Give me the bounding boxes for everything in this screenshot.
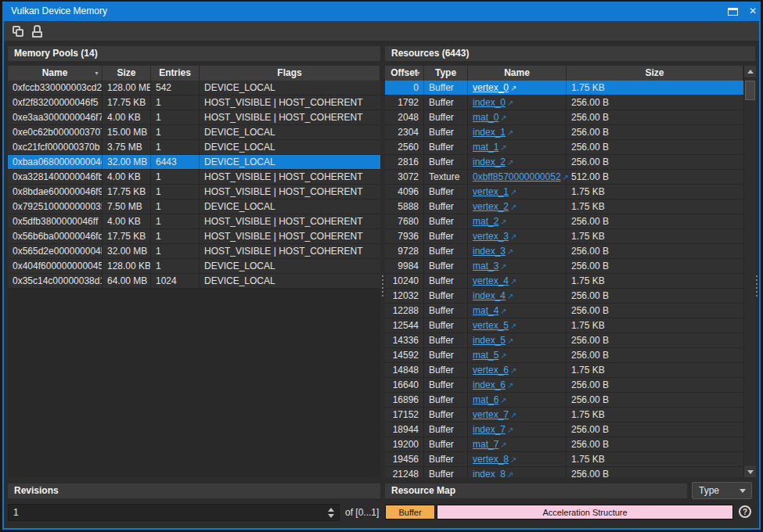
memory-pool-row[interactable]: 0x35c14c00000038d164.00 MB1024DEVICE_LOC… bbox=[8, 274, 380, 289]
resource-link[interactable]: mat_3 bbox=[473, 261, 498, 271]
memory-pool-row[interactable]: 0x404f600000000045128.00 KB1DEVICE_LOCAL bbox=[8, 259, 380, 274]
panel-splitter-handle[interactable] bbox=[380, 275, 385, 297]
resource-type: Buffer bbox=[424, 393, 468, 407]
revision-value-input[interactable] bbox=[9, 505, 319, 520]
revision-spinner[interactable] bbox=[326, 505, 337, 520]
resource-row[interactable]: 2048Buffermat_0↗256.00 B bbox=[385, 110, 743, 125]
resource-row[interactable]: 9984Buffermat_3↗256.00 B bbox=[385, 259, 743, 274]
right-splitter-handle[interactable] bbox=[754, 275, 759, 297]
resource-link[interactable]: index_1 bbox=[473, 127, 506, 138]
resource-row[interactable]: 2304Bufferindex_1↗256.00 B bbox=[385, 125, 743, 140]
memory-pool-row[interactable]: 0xe0c62b000000370715.00 MB1DEVICE_LOCAL bbox=[8, 125, 380, 140]
resource-type: Buffer bbox=[424, 110, 468, 124]
resource-map-segment[interactable]: Buffer bbox=[385, 505, 435, 519]
column-header-name[interactable]: Name bbox=[468, 66, 567, 81]
help-icon[interactable]: ? bbox=[739, 505, 751, 518]
resource-link[interactable]: mat_4 bbox=[473, 305, 498, 316]
column-header-size[interactable]: Size bbox=[103, 66, 151, 81]
resource-row[interactable]: 12288Buffermat_4↗256.00 B bbox=[385, 304, 743, 318]
resource-link[interactable]: vertex_4 bbox=[473, 275, 509, 286]
scroll-up-icon[interactable] bbox=[744, 66, 756, 78]
resource-link[interactable]: vertex_3 bbox=[473, 231, 509, 242]
resources-scrollbar[interactable] bbox=[743, 66, 755, 477]
resource-link[interactable]: index_4 bbox=[473, 290, 506, 301]
column-header-name[interactable]: Name▼ bbox=[8, 66, 103, 81]
resource-map-segment[interactable]: Acceleration Structure bbox=[437, 505, 733, 519]
resource-link[interactable]: vertex_7 bbox=[473, 409, 509, 420]
column-header-flags[interactable]: Flags bbox=[200, 66, 380, 81]
resource-row[interactable]: 19200Buffermat_7↗256.00 B bbox=[385, 437, 743, 452]
column-header-type[interactable]: Type bbox=[424, 66, 468, 81]
resource-row[interactable]: 14848Buffervertex_6↗1.75 KB bbox=[385, 363, 743, 378]
resource-row[interactable]: 12544Buffervertex_5↗1.75 KB bbox=[385, 318, 743, 333]
resource-link[interactable]: vertex_5 bbox=[473, 320, 509, 331]
resource-row[interactable]: 3072Texture0xbff8570000000052↗512.00 B bbox=[385, 170, 743, 185]
column-header-entries[interactable]: Entries bbox=[151, 66, 200, 81]
resource-link[interactable]: mat_5 bbox=[473, 350, 498, 361]
resource-row[interactable]: 18944Bufferindex_7↗256.00 B bbox=[385, 422, 743, 437]
resource-link[interactable]: index_0 bbox=[473, 97, 506, 108]
column-header-offset[interactable]: Offset▼ bbox=[385, 66, 424, 81]
memory-pool-row[interactable]: 0xe3aa3000000046f74.00 KB1HOST_VISIBLE |… bbox=[8, 110, 380, 125]
resource-link[interactable]: index_5 bbox=[473, 335, 506, 346]
memory-pool-row[interactable]: 0x56b6ba00000046fd17.75 KB1HOST_VISIBLE … bbox=[8, 229, 380, 244]
resource-row[interactable]: 5888Buffervertex_2↗1.75 KB bbox=[385, 200, 743, 214]
memory-pool-row[interactable]: 0xa3281400000046fb4.00 KB1HOST_VISIBLE |… bbox=[8, 170, 380, 185]
resource-link[interactable]: vertex_2 bbox=[473, 201, 509, 212]
scrollbar-thumb[interactable] bbox=[745, 81, 755, 100]
resource-link[interactable]: index_8 bbox=[473, 469, 506, 477]
resource-link[interactable]: mat_7 bbox=[473, 439, 498, 450]
resource-link[interactable]: mat_0 bbox=[473, 112, 498, 123]
resource-link[interactable]: index_6 bbox=[473, 379, 506, 390]
pool-flags: HOST_VISIBLE | HOST_COHERENT bbox=[200, 110, 380, 124]
resource-row[interactable]: 17152Buffervertex_7↗1.75 KB bbox=[385, 408, 743, 422]
lock-icon[interactable] bbox=[31, 25, 43, 38]
resource-row[interactable]: 1792Bufferindex_0↗256.00 B bbox=[385, 95, 743, 110]
resource-link[interactable]: vertex_6 bbox=[473, 365, 509, 376]
resource-row[interactable]: 10240Buffervertex_4↗1.75 KB bbox=[385, 274, 743, 289]
resource-row[interactable]: 12032Bufferindex_4↗256.00 B bbox=[385, 289, 743, 304]
resource-link[interactable]: index_3 bbox=[473, 246, 506, 257]
resource-link[interactable]: index_2 bbox=[473, 156, 506, 167]
resource-row[interactable]: 16640Bufferindex_6↗256.00 B bbox=[385, 378, 743, 393]
memory-pool-row[interactable]: 0x8bdae600000046f917.75 KB1HOST_VISIBLE … bbox=[8, 185, 380, 200]
resource-row[interactable]: 21248Bufferindex_8↗256.00 B bbox=[385, 467, 743, 477]
resource-link[interactable]: mat_2 bbox=[473, 216, 498, 227]
resource-row[interactable]: 7680Buffermat_2↗256.00 B bbox=[385, 214, 743, 229]
memory-pool-row[interactable]: 0xf2f83200000046f517.75 KB1HOST_VISIBLE … bbox=[8, 95, 380, 110]
resource-link[interactable]: index_7 bbox=[473, 424, 506, 435]
resource-row[interactable]: 14336Bufferindex_5↗256.00 B bbox=[385, 333, 743, 348]
duplicate-window-icon[interactable] bbox=[12, 25, 24, 38]
resource-row[interactable]: 4096Buffervertex_1↗1.75 KB bbox=[385, 185, 743, 200]
resource-link[interactable]: mat_6 bbox=[473, 394, 498, 405]
spin-down-icon[interactable] bbox=[328, 514, 334, 518]
revision-spinbox[interactable] bbox=[8, 504, 340, 521]
titlebar[interactable]: Vulkan Device Memory ✕ bbox=[2, 2, 761, 21]
memory-pool-row[interactable]: 0xbaa068000000004d32.00 MB6443DEVICE_LOC… bbox=[8, 155, 380, 170]
resource-row[interactable]: 2560Buffermat_1↗256.00 B bbox=[385, 140, 743, 155]
resource-row[interactable]: 2816Bufferindex_2↗256.00 B bbox=[385, 155, 743, 170]
restore-icon[interactable] bbox=[728, 8, 738, 16]
resource-row[interactable]: 9728Bufferindex_3↗256.00 B bbox=[385, 244, 743, 259]
memory-pool-row[interactable]: 0x565d2e000000004b32.00 MB1HOST_VISIBLE … bbox=[8, 244, 380, 259]
memory-pool-row[interactable]: 0x79251000000000357.50 MB1DEVICE_LOCAL bbox=[8, 200, 380, 214]
memory-pool-row[interactable]: 0xc21fcf000000370b3.75 MB1DEVICE_LOCAL bbox=[8, 140, 380, 155]
resource-link[interactable]: vertex_8 bbox=[473, 454, 509, 465]
resource-row[interactable]: 16896Buffermat_6↗256.00 B bbox=[385, 393, 743, 408]
column-header-size[interactable]: Size bbox=[567, 66, 743, 81]
resource-map-bar[interactable]: BufferAcceleration Structure bbox=[385, 505, 733, 519]
close-icon[interactable]: ✕ bbox=[746, 5, 760, 18]
memory-pool-row[interactable]: 0x5dfb3800000046ff4.00 KB1HOST_VISIBLE |… bbox=[8, 214, 380, 229]
scroll-down-icon[interactable] bbox=[744, 465, 756, 477]
resource-map-type-dropdown[interactable]: Type bbox=[692, 482, 752, 499]
resource-row[interactable]: 19456Buffervertex_8↗1.75 KB bbox=[385, 452, 743, 467]
resource-link[interactable]: vertex_0 bbox=[473, 82, 509, 93]
spin-up-icon[interactable] bbox=[328, 508, 334, 512]
resource-link[interactable]: vertex_1 bbox=[473, 186, 509, 197]
memory-pool-row[interactable]: 0xfccb330000003cd2128.00 MB542DEVICE_LOC… bbox=[8, 81, 380, 95]
resource-row[interactable]: 14592Buffermat_5↗256.00 B bbox=[385, 348, 743, 363]
resource-row[interactable]: 7936Buffervertex_3↗1.75 KB bbox=[385, 229, 743, 244]
resource-link[interactable]: mat_1 bbox=[473, 142, 498, 153]
resource-link[interactable]: 0xbff8570000000052 bbox=[473, 171, 561, 182]
resource-row[interactable]: 0Buffervertex_0↗1.75 KB bbox=[385, 81, 743, 95]
